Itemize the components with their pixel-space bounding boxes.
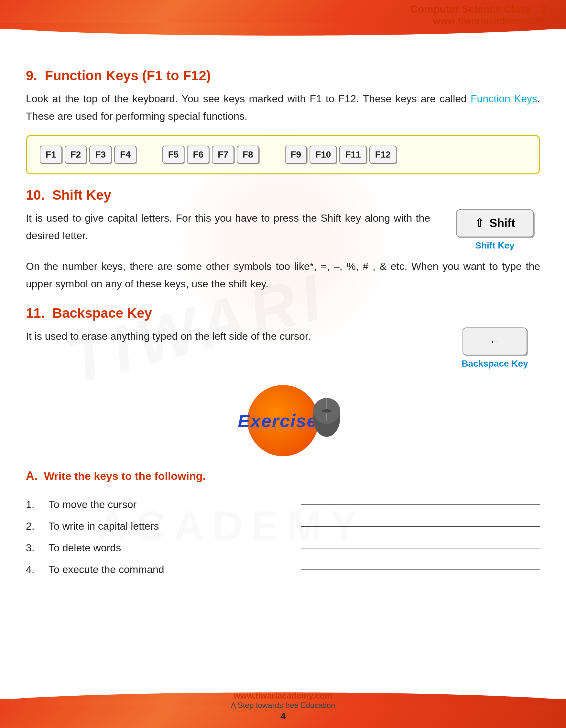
exercise-number-1: 1.: [26, 499, 49, 511]
exercise-a-header: A. Write the keys to the following.: [26, 469, 540, 492]
section10-image-area: ⇧ Shift Shift Key: [449, 209, 540, 251]
shift-arrow-icon: ⇧: [474, 216, 484, 230]
exercise-item-3: 3. To delete words: [26, 542, 540, 554]
key-F3: F3: [89, 146, 112, 164]
mouse-icon: [309, 395, 344, 440]
section9-number: 9.: [26, 68, 37, 83]
exercise-number-4: 4.: [26, 564, 49, 576]
exercises-circle: Exercises: [248, 385, 318, 456]
section10-with-image: It is used to give capital letters. For …: [26, 209, 540, 251]
key-F11: F11: [339, 146, 366, 164]
key-F1: F1: [40, 146, 62, 164]
section10-number: 10.: [26, 187, 45, 203]
backspace-key-display: ←: [462, 327, 527, 355]
section11-number: 11.: [26, 305, 45, 321]
backspace-key-label: Backspace Key: [461, 358, 528, 369]
section9-body: Look at the top of the keyboard. You see…: [26, 90, 540, 125]
key-F12: F12: [369, 146, 396, 164]
exercise-text-1: To move the cursor: [49, 499, 288, 511]
key-group-2: F5 F6 F7 F8: [162, 146, 259, 164]
page-number: 4: [0, 711, 566, 722]
exercise-number-3: 3.: [26, 542, 49, 554]
main-content: 9. Function Keys (F1 to F12) Look at the…: [26, 68, 540, 576]
section11-image-area: ← Backspace Key: [449, 327, 540, 369]
section11-with-image: It is used to erase anything typed on th…: [26, 327, 540, 369]
svg-point-3: [322, 409, 331, 413]
section9-heading: 9. Function Keys (F1 to F12): [26, 68, 540, 83]
footer-website: www.tiwariacademy.com: [0, 691, 566, 701]
section11-heading: 11. Backspace Key: [26, 305, 540, 321]
exercise-line-1: [301, 504, 540, 505]
key-F2: F2: [65, 146, 87, 164]
key-F10: F10: [309, 146, 337, 164]
key-group-3: F9 F10 F11 F12: [285, 146, 396, 164]
shift-key-label: Shift Key: [475, 240, 514, 251]
exercise-number-2: 2.: [26, 520, 49, 532]
key-F8: F8: [237, 146, 259, 164]
key-F6: F6: [187, 146, 209, 164]
key-F9: F9: [285, 146, 307, 164]
section10-text: It is used to give capital letters. For …: [26, 209, 430, 251]
shift-key-display: ⇧ Shift: [456, 209, 534, 237]
footer-area: www.tiwariacademy.com A Step towards fre…: [0, 691, 566, 722]
exercise-a-container: A. Write the keys to the following. 1. T…: [26, 469, 540, 576]
exercise-text-4: To execute the command: [49, 564, 288, 576]
exercise-text-3: To delete words: [49, 542, 288, 554]
header-website: www.tiwariacademy.com: [410, 15, 547, 26]
exercise-line-4: [301, 569, 540, 570]
section10-heading: 10. Shift Key: [26, 187, 540, 203]
section9-title: Function Keys (F1 to F12): [45, 68, 211, 83]
exercise-line-2: [301, 526, 540, 527]
key-F5: F5: [162, 146, 185, 164]
section11-body1: It is used to erase anything typed on th…: [26, 327, 430, 345]
exercise-item-2: 2. To write in capital letters: [26, 520, 540, 532]
footer-tagline: A Step towards free Education: [0, 701, 566, 710]
exercises-banner: Exercises: [26, 385, 540, 456]
function-keys-box: F1 F2 F3 F4 F5 F6 F7 F8 F9 F10 F11 F12: [26, 135, 540, 174]
header-area: Computer Science Class : 2 www.tiwariaca…: [410, 3, 547, 26]
header-title: Computer Science Class : 2: [410, 3, 547, 15]
section11-text: It is used to erase anything typed on th…: [26, 327, 430, 351]
section9-body1: Look at the top of the keyboard. You see…: [26, 93, 471, 105]
exercise-line-3: [301, 548, 540, 548]
exercise-label: A.: [26, 469, 38, 483]
key-F4: F4: [114, 146, 137, 164]
shift-key-text: Shift: [489, 216, 515, 230]
exercise-text-2: To write in capital letters: [49, 520, 288, 532]
exercise-item-1: 1. To move the cursor: [26, 499, 540, 511]
backspace-arrow-icon: ←: [489, 335, 501, 348]
exercise-item-4: 4. To execute the command: [26, 564, 540, 576]
section9-highlight: Function Keys: [471, 93, 537, 105]
section10-body2: On the number keys, there are some other…: [26, 258, 540, 293]
key-group-1: F1 F2 F3 F4: [40, 146, 137, 164]
section10-title: Shift Key: [52, 187, 111, 203]
exercises-circle-container: Exercises: [248, 385, 318, 456]
exercise-instruction: Write the keys to the following.: [44, 470, 206, 482]
section10-body1: It is used to give capital letters. For …: [26, 209, 430, 245]
key-F7: F7: [212, 146, 234, 164]
section11-title: Backspace Key: [52, 305, 152, 321]
